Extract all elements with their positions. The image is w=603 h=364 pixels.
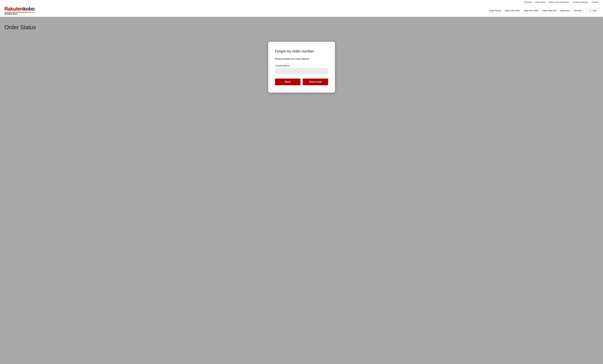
logo-subtitle: eReader Store — [4, 13, 35, 15]
nav-kobo-clara-hd[interactable]: Kobo Clara HD — [542, 9, 556, 12]
back-to-kobo-link[interactable]: Back to Kobo eBookstore — [549, 1, 569, 3]
modal-inner: Forgot my order number Please provide yo… — [270, 43, 333, 91]
chevron-down-icon: ▼ — [582, 10, 583, 11]
modal-title: Forgot my order number — [275, 49, 328, 53]
order-status-link[interactable]: Order Status — [535, 1, 545, 3]
nav-kobo-libra-h2o[interactable]: Kobo Libra H2O — [505, 9, 520, 12]
send-email-button[interactable]: Send email — [303, 79, 328, 85]
page-content: Order Status Forgot my order number Plea… — [0, 17, 603, 363]
logo-text: Rakuten kobo — [4, 6, 35, 12]
view-all-button[interactable]: View All ▼ — [574, 9, 583, 12]
compare-ereaders-link[interactable]: Compare eReaders — [573, 1, 588, 3]
view-all-label: View All — [574, 9, 581, 12]
modal-description: Please provide your email address. — [275, 57, 328, 61]
back-button[interactable]: Back — [275, 79, 301, 85]
header: Rakuten kobo eReader Store Kobo Forma Ko… — [0, 4, 603, 17]
top-bar: Feedback Order Status Back to Kobo eBook… — [0, 0, 603, 4]
logo-kobo: kobo — [23, 6, 35, 12]
modal-area: Forgot my order number Please provide yo… — [4, 39, 599, 93]
logo-rakuten: Rakuten — [4, 6, 23, 12]
modal-buttons: Back Send email — [275, 79, 328, 85]
nav-kobo-forma[interactable]: Kobo Forma — [489, 9, 501, 12]
cart-label: Cart — [592, 9, 596, 12]
modal-outer: Forgot my order number Please provide yo… — [268, 42, 335, 93]
logo-underline — [4, 12, 35, 12]
page-title: Order Status — [4, 24, 599, 30]
nav-kobo-aura[interactable]: Kobo Aura — [560, 9, 570, 12]
feedback-link[interactable]: Feedback — [524, 1, 532, 3]
cart-button[interactable]: 🛒 Cart — [587, 8, 599, 13]
email-form-group: * Email Address — [275, 65, 328, 74]
logo[interactable]: Rakuten kobo eReader Store — [4, 4, 35, 17]
email-label: * Email Address — [275, 65, 328, 67]
nav-kobo-aura-h2o[interactable]: Kobo Aura H2O — [524, 9, 538, 12]
language-link[interactable]: Français — [591, 1, 599, 3]
cart-icon: 🛒 — [589, 9, 592, 12]
email-input[interactable] — [275, 68, 328, 74]
main-nav: Kobo Forma Kobo Libra H2O Kobo Aura H2O … — [489, 8, 599, 13]
